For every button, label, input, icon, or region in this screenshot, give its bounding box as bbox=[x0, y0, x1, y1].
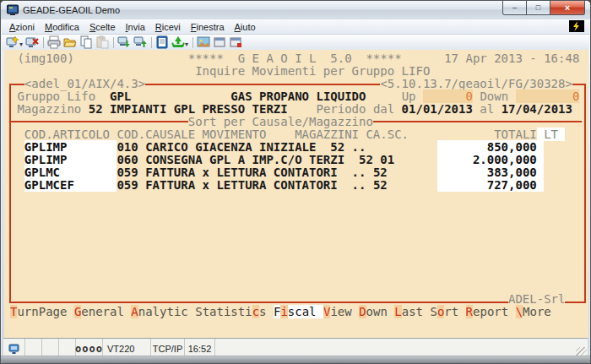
fkey-statistics-end[interactable]: s bbox=[259, 305, 274, 318]
transfer-dropdown-icon[interactable]: ▾ bbox=[185, 41, 188, 48]
toolbar-separator bbox=[192, 37, 193, 48]
send-file-icon[interactable] bbox=[117, 35, 132, 49]
window-bottom-frame bbox=[1, 356, 590, 363]
macro-indicator-icon[interactable] bbox=[569, 20, 584, 32]
periodo-al-value: 17/04/2013 bbox=[502, 102, 572, 116]
magazzino-value: 52 IMPIANTI GPL PRESSO TERZI bbox=[89, 102, 288, 116]
minimize-button[interactable]: – bbox=[502, 1, 527, 15]
fkey-analytic-hotkey[interactable]: A bbox=[131, 305, 138, 318]
connect-dropdown-icon[interactable]: ▾ bbox=[19, 41, 23, 48]
gruppo-code-value: GPL bbox=[110, 90, 131, 103]
totali-field[interactable]: 727,000 bbox=[437, 178, 544, 192]
fkey-last-hotkey[interactable]: L bbox=[394, 305, 401, 318]
unit-header: LT bbox=[537, 128, 566, 141]
transfer-mode-icon[interactable] bbox=[171, 35, 186, 49]
blank-line bbox=[10, 255, 588, 268]
toolbar-separator bbox=[151, 37, 152, 48]
blank-line bbox=[10, 192, 588, 204]
blank-line bbox=[10, 280, 588, 293]
menu-ricevi[interactable]: Ricevi bbox=[150, 21, 186, 33]
cod-articolo-field[interactable]: GPLMC bbox=[24, 166, 117, 179]
cod-articolo-field[interactable]: GPLIMP bbox=[24, 140, 117, 154]
table-row: GPLIMP 060 CONSEGNA GPL A IMP.C/O TERZI … bbox=[10, 154, 588, 166]
periodo-dal-value: 01/01/2013 bbox=[402, 102, 473, 116]
menu-aiuto[interactable]: Aiuto bbox=[230, 21, 261, 33]
menu-invia[interactable]: Invia bbox=[121, 21, 150, 33]
disconnect-icon[interactable] bbox=[24, 35, 40, 49]
screen-title-line: Inquire Movimenti per Gruppo LIFO bbox=[10, 65, 588, 78]
window-title: GEADE-GEAOIL Demo bbox=[23, 1, 120, 19]
fkey-statistics-hotkey[interactable]: c bbox=[252, 305, 259, 318]
copy-icon[interactable] bbox=[79, 35, 94, 49]
receive-file-icon[interactable] bbox=[133, 35, 148, 49]
close-button[interactable]: × bbox=[550, 1, 585, 15]
toolbar-separator bbox=[43, 37, 44, 48]
title-bar[interactable]: GEADE-GEAOIL Demo – □ × bbox=[1, 1, 590, 19]
menu-azioni[interactable]: Azioni bbox=[4, 21, 40, 33]
magazzino-periodo-line: Magazzino 52 IMPIANTI GPL PRESSO TERZI P… bbox=[10, 103, 588, 116]
fkey-fiscal-hotkey[interactable]: i bbox=[280, 305, 287, 318]
blank-line bbox=[10, 217, 588, 230]
fkey-view[interactable]: iew bbox=[330, 305, 359, 318]
fkey-statistics[interactable]: Statisti bbox=[195, 305, 252, 318]
totali-field[interactable]: 383,000 bbox=[437, 166, 544, 179]
capture-screen-icon[interactable] bbox=[196, 35, 211, 49]
fkey-general[interactable]: eneral bbox=[81, 305, 131, 318]
print-icon[interactable] bbox=[46, 35, 62, 49]
screen-title: Inquire Movimenti per Gruppo LIFO bbox=[195, 64, 430, 78]
toolbar-separator bbox=[113, 37, 114, 48]
menu-scelte[interactable]: Scelte bbox=[84, 21, 121, 33]
sort-mode-label: Sort per Causale/Magazzino bbox=[188, 115, 373, 128]
fkey-sort[interactable]: S bbox=[430, 305, 436, 318]
up-counter-field[interactable]: 0 bbox=[423, 90, 473, 103]
close-session-icon[interactable] bbox=[228, 35, 243, 49]
app-window: GEADE-GEAOIL Demo – □ × Azioni Modifica … bbox=[0, 0, 591, 364]
open-folder-icon[interactable] bbox=[62, 35, 78, 49]
gruppo-description-value: GAS PROPANO LIQUIDO bbox=[230, 90, 366, 103]
fkey-fiscal-end[interactable]: scal bbox=[288, 305, 323, 318]
maximize-button[interactable]: □ bbox=[527, 1, 550, 15]
blank-line bbox=[10, 268, 588, 280]
fkey-report-hotkey[interactable]: R bbox=[466, 305, 473, 318]
fkey-down[interactable]: own bbox=[366, 305, 395, 318]
frame-top-line: <adel_01/AIX/4.3> <5.10.13.7/geaoil/FG/3… bbox=[10, 78, 588, 90]
session-status-icon bbox=[8, 344, 20, 355]
down-counter-field[interactable]: 0 bbox=[516, 90, 580, 103]
totali-field[interactable]: 2.000,000 bbox=[437, 153, 544, 166]
app-icon bbox=[7, 4, 19, 16]
session-title-line: (img100) ***** G E A O I L 5.0 ***** 17 … bbox=[10, 52, 588, 65]
table-row: GPLMCEF 059 FATTURA x LETTURA CONTATORI … bbox=[10, 179, 588, 192]
fkey-more-hotkey[interactable]: \ bbox=[516, 305, 523, 318]
datetime-text: 17 Apr 2013 - 16:48 bbox=[444, 52, 579, 65]
cod-articolo-field[interactable]: GPLIMP bbox=[24, 153, 117, 166]
fkey-analytic[interactable]: nalytic bbox=[138, 305, 195, 318]
menu-finestra[interactable]: Finestra bbox=[186, 21, 230, 33]
fkey-report[interactable]: eport bbox=[473, 305, 516, 318]
terminal-rows: (img100) ***** G E A O I L 5.0 ***** 17 … bbox=[4, 50, 588, 338]
gruppo-lifo-line: Gruppo Lifo GPL GAS PROPANO LIQUIDO Up 0… bbox=[10, 90, 588, 103]
fkey-last[interactable]: ast bbox=[402, 305, 431, 318]
paste-icon[interactable] bbox=[95, 35, 110, 49]
frame-bottom-line: ADEL-Srl bbox=[10, 293, 588, 306]
blank-line bbox=[10, 230, 588, 242]
address-book-icon[interactable] bbox=[155, 35, 170, 49]
table-header-line: COD.ARTICOLO COD.CAUSALE MOVIMENTO MAGAZ… bbox=[10, 128, 588, 141]
fkey-more[interactable]: More bbox=[523, 305, 551, 318]
desktop: GEADE-GEAOIL Demo – □ × Azioni Modifica … bbox=[0, 0, 591, 364]
toolbar: ▾ bbox=[2, 35, 589, 50]
fkey-down-hotkey[interactable]: D bbox=[359, 305, 366, 318]
menu-bar: Azioni Modifica Scelte Invia Ricevi Fine… bbox=[2, 19, 589, 35]
blank-line bbox=[10, 204, 588, 217]
fkey-sort-end[interactable]: rt bbox=[444, 305, 465, 318]
fkey-turnpage[interactable]: urnPage bbox=[17, 305, 73, 318]
terminal-screen[interactable]: (img100) ***** G E A O I L 5.0 ***** 17 … bbox=[4, 50, 588, 338]
blank-line bbox=[10, 242, 588, 255]
new-session-icon[interactable] bbox=[212, 35, 227, 49]
server-version-label: <5.10.13.7/geaoil/FG/30328> bbox=[380, 77, 572, 90]
cod-articolo-field[interactable]: GPLMCEF bbox=[24, 178, 117, 192]
function-key-line: TurnPage General Analytic Statistics Fis… bbox=[10, 306, 588, 318]
menu-modifica[interactable]: Modifica bbox=[40, 21, 84, 33]
connect-icon[interactable] bbox=[5, 35, 20, 49]
host-system-label: <adel_01/AIX/4.3> bbox=[24, 77, 145, 90]
totali-field[interactable]: 850,000 bbox=[437, 140, 544, 154]
